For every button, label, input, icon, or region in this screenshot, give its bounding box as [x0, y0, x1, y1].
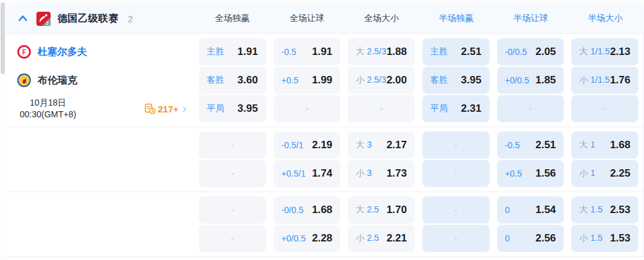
away-team-row[interactable]: 布伦瑞克 [6, 67, 191, 94]
more-markets-count: 217+ [158, 104, 179, 114]
match-date: 10月18日 [20, 97, 76, 109]
odds-cell[interactable]: +0/0.5 2.28 [274, 225, 341, 252]
column-header-fulltime-handicap: 全场让球 [274, 13, 341, 24]
odds-cell[interactable]: -0.5/1 2.19 [274, 132, 341, 159]
odds-cell[interactable]: 0 2.56 [497, 225, 564, 252]
table-row-meta: 10月18日 00:30(GMT+8) 217+ › [6, 95, 643, 122]
odds-cell[interactable]: 小2.5/3 2.00 [348, 67, 415, 94]
over-under-line: 1.5 [590, 233, 602, 243]
odds-cell[interactable]: 平局 3.95 [199, 95, 266, 122]
odds-cell[interactable]: 小1/1.5 1.76 [571, 67, 638, 94]
odds-cell[interactable]: 小3 1.73 [348, 160, 415, 187]
odds-label: -0/0.5 [505, 47, 527, 57]
odds-cell-empty: - [199, 160, 266, 187]
odds-label: +0/0.5 [282, 233, 306, 243]
odds-label: +0/0.5 [505, 75, 529, 85]
odds-cell[interactable]: +0.5/1 1.74 [274, 160, 341, 187]
odds-cell[interactable]: 主胜 2.51 [422, 38, 490, 65]
odds-cell[interactable]: 大2.5 1.70 [348, 196, 415, 224]
odds-cell[interactable]: 小2.5 2.21 [348, 225, 415, 252]
odds-value: 2.31 [461, 103, 482, 115]
over-under-prefix: 大 [579, 204, 588, 214]
odds-cell[interactable]: 客胜 3.95 [422, 67, 490, 94]
table-row: - -0/0.5 1.68 大2.5 1.70 - 0 1.54 [6, 196, 643, 224]
over-under-line: 1 [590, 140, 595, 149]
odds-cell[interactable]: +0.5 1.99 [274, 67, 341, 94]
home-team-row[interactable]: F 杜塞尔多夫 [6, 38, 191, 65]
odds-label: 小2.5/3 [356, 75, 386, 86]
left-scrollbar-thumb[interactable] [1, 2, 5, 74]
svg-text:2: 2 [46, 20, 49, 25]
odds-cell[interactable]: 大1.5 2.53 [571, 196, 638, 224]
odds-label: 小1.5 [579, 233, 602, 244]
column-header-fulltime-1x2: 全场独赢 [199, 13, 266, 24]
over-under-prefix: 小 [579, 233, 588, 243]
odds-value: 2.51 [461, 46, 482, 58]
odds-cell[interactable]: 平局 2.31 [422, 95, 490, 122]
table-row: - -0.5/1 2.19 大3 2.17 - -0.5 2.51 [6, 132, 643, 159]
over-under-prefix: 大 [356, 140, 364, 149]
odds-cell[interactable]: 大2.5/3 1.88 [348, 38, 415, 65]
odds-cell-empty: - [422, 132, 490, 159]
more-markets-link[interactable]: 217+ › [144, 103, 186, 115]
odds-cell[interactable]: 主胜 1.91 [199, 38, 266, 65]
odds-cell-empty: - [274, 95, 341, 122]
left-spacer [6, 160, 191, 187]
odds-label: 小1 [579, 168, 595, 179]
odds-value: 3.95 [238, 103, 258, 115]
odds-value: 2.28 [312, 232, 332, 245]
odds-cell-empty: - [497, 95, 564, 122]
odds-cell[interactable]: -0.5 2.51 [497, 132, 564, 159]
empty-dash: - [231, 205, 234, 215]
markets-doc-clock-icon [144, 103, 156, 114]
over-under-prefix: 小 [356, 75, 364, 85]
odds-label: +0.5 [282, 75, 299, 85]
odds-cell[interactable]: 大3 2.17 [348, 132, 415, 159]
odds-cell[interactable]: 大1 1.68 [571, 132, 638, 159]
odds-cell[interactable]: +0.5 1.56 [497, 160, 564, 187]
odds-cell[interactable]: 小1 2.25 [571, 160, 638, 187]
league-logo-bundesliga2-icon: 2 [36, 12, 51, 26]
odds-value: 2.25 [610, 167, 630, 180]
odds-group-main: F 杜塞尔多夫 主胜 1.91 -0.5 1.91 大2.5/3 1.88 主胜 [6, 34, 643, 127]
odds-value: 1.99 [312, 74, 332, 86]
odds-cell[interactable]: -0/0.5 2.05 [497, 38, 564, 65]
odds-value: 3.95 [461, 74, 482, 86]
odds-value: 2.13 [610, 46, 630, 58]
over-under-line: 3 [367, 140, 372, 149]
odds-value: 1.88 [387, 46, 407, 58]
left-spacer [6, 132, 191, 159]
odds-label: 小3 [356, 168, 372, 179]
empty-dash: - [454, 233, 458, 243]
odds-value: 1.74 [312, 167, 332, 180]
away-team-badge-icon [17, 73, 31, 87]
odds-label: 大2.5 [356, 204, 378, 216]
odds-value: 1.91 [238, 46, 258, 58]
odds-label: 主胜 [207, 46, 224, 57]
odds-cell[interactable]: 0 1.54 [497, 196, 564, 224]
odds-label: -0.5/1 [282, 140, 304, 150]
odds-cell[interactable]: -0.5 1.91 [274, 38, 341, 65]
empty-dash: - [231, 140, 234, 150]
odds-value: 1.68 [610, 139, 630, 151]
column-header-fulltime-overunder: 全场大小 [348, 13, 416, 24]
league-header: 2 德国乙级联赛 2 全场独赢 全场让球 全场大小 半场独赢 半场让球 半场大小 [6, 4, 644, 34]
over-under-line: 1/1.5 [590, 46, 609, 56]
odds-cell[interactable]: -0/0.5 1.68 [274, 196, 341, 224]
empty-dash: - [603, 104, 606, 114]
odds-value: 1.54 [535, 204, 556, 216]
odds-cell[interactable]: 客胜 3.60 [199, 67, 266, 94]
odds-cell[interactable]: 小1.5 1.53 [571, 225, 638, 252]
table-row-away: 布伦瑞克 客胜 3.60 +0.5 1.99 小2.5/3 2.00 客胜 3.… [6, 67, 643, 94]
odds-cell-empty: - [422, 196, 490, 224]
table-row-home: F 杜塞尔多夫 主胜 1.91 -0.5 1.91 大2.5/3 1.88 主胜 [6, 38, 643, 65]
odds-cell[interactable]: +0/0.5 1.85 [497, 67, 564, 94]
odds-value: 1.73 [387, 167, 407, 180]
column-header-halftime-overunder: 半场大小 [572, 13, 639, 24]
league-header-left: 2 德国乙级联赛 2 [6, 12, 191, 26]
odds-cell-empty: - [199, 225, 266, 252]
odds-label: 小1/1.5 [579, 75, 609, 86]
odds-cell[interactable]: 大1/1.5 2.13 [571, 38, 638, 65]
collapse-chevron-up-icon[interactable] [16, 12, 30, 25]
odds-value: 1.56 [535, 167, 556, 180]
